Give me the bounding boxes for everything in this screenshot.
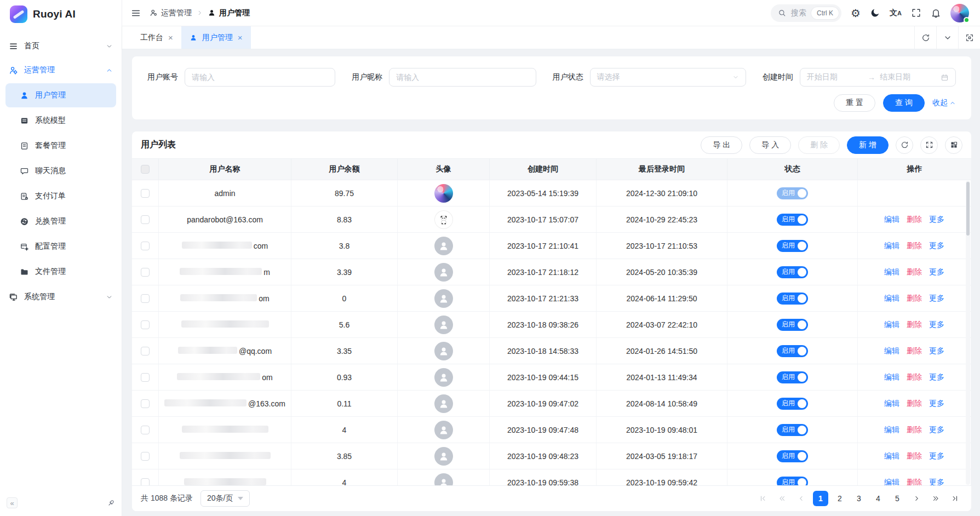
edit-link[interactable]: 编辑 (884, 215, 899, 225)
more-link[interactable]: 更多 (929, 346, 944, 356)
edit-link[interactable]: 编辑 (884, 451, 899, 461)
breadcrumb-parent[interactable]: 运营管理 (150, 8, 192, 18)
import-button[interactable]: 导 入 (749, 136, 791, 154)
edit-link[interactable]: 编辑 (884, 267, 899, 277)
sidebar-item-package-management[interactable]: 套餐管理 (5, 134, 116, 158)
more-link[interactable]: 更多 (929, 320, 944, 330)
delete-link[interactable]: 删除 (907, 399, 922, 409)
edit-link[interactable]: 编辑 (884, 346, 899, 356)
delete-button[interactable]: 删 除 (798, 136, 840, 154)
delete-link[interactable]: 删除 (907, 215, 922, 225)
pin-icon[interactable] (107, 499, 115, 507)
tab-workbench[interactable]: 工作台 (132, 26, 181, 49)
row-checkbox[interactable] (141, 373, 150, 382)
status-toggle[interactable]: 启用 (777, 319, 808, 331)
row-checkbox[interactable] (141, 215, 150, 224)
close-icon[interactable] (168, 33, 173, 42)
delete-link[interactable]: 删除 (907, 241, 922, 251)
menu-toggle-icon[interactable] (131, 8, 141, 18)
sidebar-item-home[interactable]: 首页 (0, 34, 122, 58)
edit-link[interactable]: 编辑 (884, 425, 899, 435)
more-link[interactable]: 更多 (929, 451, 944, 461)
page-button-2[interactable]: 2 (832, 491, 847, 506)
status-toggle[interactable]: 启用 (777, 424, 808, 436)
sidebar-item-payment-orders[interactable]: 支付订单 (5, 184, 116, 208)
status-toggle[interactable]: 启用 (777, 266, 808, 278)
page-button-3[interactable]: 3 (851, 491, 867, 506)
sidebar-item-system-management[interactable]: 系统管理 (0, 285, 122, 309)
delete-link[interactable]: 删除 (907, 425, 922, 435)
vertical-scrollbar[interactable] (966, 181, 970, 485)
edit-link[interactable]: 编辑 (884, 294, 899, 303)
page-button-4[interactable]: 4 (870, 491, 886, 506)
edit-link[interactable]: 编辑 (884, 241, 899, 251)
status-toggle[interactable]: 启用 (777, 187, 808, 199)
sidebar-item-chat-messages[interactable]: 聊天消息 (5, 159, 116, 183)
more-link[interactable]: 更多 (929, 478, 944, 486)
query-button[interactable]: 查 询 (883, 94, 925, 112)
tab-user-management[interactable]: 用户管理 (181, 26, 251, 49)
sidebar-item-exchange-management[interactable]: 兑换管理 (5, 209, 116, 233)
add-button[interactable]: 新 增 (847, 136, 889, 154)
notifications-icon[interactable] (931, 8, 941, 18)
content-fullscreen-icon[interactable] (958, 26, 980, 49)
status-toggle[interactable]: 启用 (777, 214, 808, 226)
status-toggle[interactable]: 启用 (777, 371, 808, 383)
dark-mode-icon[interactable] (870, 8, 880, 18)
status-toggle[interactable]: 启用 (777, 293, 808, 305)
row-checkbox[interactable] (141, 452, 150, 461)
user-status-select[interactable]: 请选择 (590, 68, 746, 87)
user-nickname-input[interactable] (389, 68, 536, 87)
delete-link[interactable]: 删除 (907, 267, 922, 277)
page-size-select[interactable]: 20条/页 (200, 490, 250, 507)
edit-link[interactable]: 编辑 (884, 372, 899, 382)
page-button-5[interactable]: 5 (890, 491, 905, 506)
status-toggle[interactable]: 启用 (777, 345, 808, 357)
edit-link[interactable]: 编辑 (884, 399, 899, 409)
jump-forward-button[interactable] (928, 491, 943, 506)
reset-button[interactable]: 重 置 (834, 94, 875, 112)
select-all-checkbox[interactable] (141, 165, 150, 174)
sidebar-item-config-management[interactable]: 配置管理 (5, 234, 116, 259)
sidebar-collapse-button[interactable]: « (7, 497, 18, 508)
delete-link[interactable]: 删除 (907, 372, 922, 382)
sidebar-item-file-management[interactable]: 文件管理 (5, 260, 116, 284)
collapse-filters-link[interactable]: 收起 (932, 98, 956, 108)
delete-link[interactable]: 删除 (907, 294, 922, 303)
row-checkbox[interactable] (141, 320, 150, 329)
language-icon[interactable]: 文A (890, 8, 902, 18)
settings-icon[interactable]: ⚙ (851, 8, 861, 19)
user-account-input[interactable] (185, 68, 335, 87)
edit-link[interactable]: 编辑 (884, 320, 899, 330)
more-link[interactable]: 更多 (929, 294, 944, 303)
row-checkbox[interactable] (141, 242, 150, 250)
more-link[interactable]: 更多 (929, 425, 944, 435)
export-button[interactable]: 导 出 (701, 136, 742, 154)
last-page-button[interactable] (947, 491, 962, 506)
delete-link[interactable]: 删除 (907, 346, 922, 356)
sidebar-item-system-model[interactable]: 系统模型 (5, 108, 116, 133)
table-fullscreen-icon[interactable] (920, 136, 938, 154)
edit-link[interactable]: 编辑 (884, 478, 899, 486)
delete-link[interactable]: 删除 (907, 478, 922, 486)
next-page-button[interactable] (909, 491, 924, 506)
sidebar-item-user-management[interactable]: 用户管理 (5, 83, 116, 107)
more-link[interactable]: 更多 (929, 215, 944, 225)
sidebar-item-operations[interactable]: 运营管理 (0, 58, 122, 82)
first-page-button[interactable] (755, 491, 771, 506)
jump-back-button[interactable] (775, 491, 790, 506)
global-search[interactable]: 搜索 Ctrl K (771, 4, 841, 22)
row-checkbox[interactable] (141, 294, 150, 303)
delete-link[interactable]: 删除 (907, 451, 922, 461)
chevron-down-icon[interactable] (936, 26, 958, 49)
row-checkbox[interactable] (141, 478, 150, 486)
fullscreen-icon[interactable] (911, 8, 921, 18)
refresh-icon[interactable] (914, 26, 936, 49)
status-toggle[interactable]: 启用 (777, 240, 808, 252)
row-checkbox[interactable] (141, 189, 150, 198)
status-toggle[interactable]: 启用 (777, 450, 808, 462)
column-settings-icon[interactable] (945, 136, 962, 154)
row-checkbox[interactable] (141, 426, 150, 434)
page-button-1[interactable]: 1 (813, 491, 828, 506)
close-icon[interactable] (238, 33, 243, 42)
